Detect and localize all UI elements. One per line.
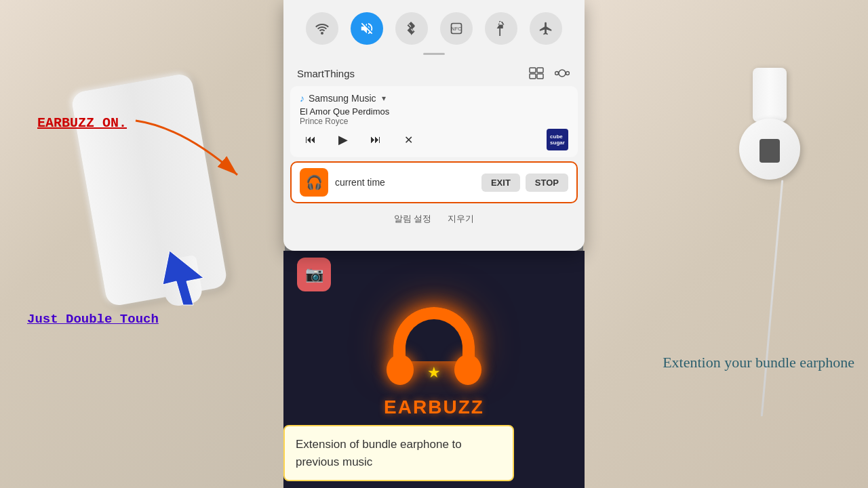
cubesugar-logo: cubesugar (547, 129, 568, 150)
wifi-toggle[interactable] (306, 12, 338, 45)
earphone-left (34, 54, 251, 339)
smartthings-icons (528, 64, 571, 82)
svg-point-10 (566, 72, 570, 75)
svg-rect-5 (537, 68, 543, 73)
smartthings-icon-2[interactable] (553, 64, 571, 82)
svg-text:NFC: NFC (451, 26, 462, 32)
earbuzz-left: 🎧 current time (300, 168, 385, 197)
quick-toggles-row: NFC (283, 0, 585, 50)
svg-rect-6 (530, 74, 536, 79)
right-side-text: Extention your bundle earphone (663, 352, 854, 373)
earbuzz-buttons: EXIT STOP (481, 174, 568, 192)
earphone-right-head (739, 119, 800, 180)
earbuzz-notification-row: 🎧 current time EXIT STOP (290, 161, 578, 203)
airplane-toggle[interactable] (530, 12, 562, 45)
svg-point-8 (559, 70, 566, 77)
music-controls: ⏮ ▶ ⏭ ✕ cubesugar (300, 129, 568, 150)
music-header: ♪ Samsung Music ▾ (300, 93, 568, 104)
mute-toggle[interactable] (351, 12, 383, 45)
drag-handle (423, 53, 445, 55)
music-note-icon: ♪ (300, 93, 304, 104)
music-app-name: Samsung Music (309, 93, 376, 104)
phone-panel: NFC SmartThings ♪ Samsung Music ▾ El A (283, 0, 585, 251)
music-dropdown-icon[interactable]: ▾ (382, 94, 386, 103)
smartthings-label: SmartThings (297, 68, 355, 79)
center-star: ★ (427, 364, 441, 382)
extension-box: Extension of bundle earphone to previous… (283, 425, 514, 481)
headphone-right-cup (454, 354, 481, 385)
earphone-left-tip (159, 255, 203, 308)
smartthings-icon-1[interactable] (528, 64, 545, 82)
music-artist: Prince Royce (300, 117, 568, 126)
double-touch-label: Just Double Touch (27, 312, 159, 327)
bottom-notif-row: 알림 설정 지우기 (283, 207, 585, 230)
music-player: ♪ Samsung Music ▾ El Amor Que Perdimos P… (290, 86, 578, 157)
close-music-button[interactable]: ✕ (397, 129, 419, 150)
prev-button[interactable]: ⏮ (300, 129, 321, 150)
dark-panel-apps: 📷 (297, 258, 331, 291)
bluetooth-toggle[interactable] (395, 12, 428, 45)
torch-toggle[interactable] (485, 12, 517, 45)
music-title: El Amor Que Perdimos (300, 106, 568, 117)
music-info: El Amor Que Perdimos Prince Royce (300, 106, 568, 126)
extension-box-text: Extension of bundle earphone to previous… (296, 438, 462, 468)
earphone-left-body (71, 73, 229, 307)
smartthings-row: SmartThings (283, 60, 585, 86)
play-button[interactable]: ▶ (332, 129, 354, 150)
earbuzz-on-label: EARBUZZ ON. (37, 115, 127, 131)
svg-rect-7 (537, 74, 543, 79)
exit-button[interactable]: EXIT (481, 174, 520, 192)
svg-rect-4 (530, 68, 536, 73)
stop-button[interactable]: STOP (526, 174, 568, 192)
earbuzz-brand-text: EARBUZZ (384, 396, 484, 418)
earphone-right-body (753, 68, 787, 122)
headphone-graphic: ★ (387, 307, 481, 388)
headphone-left-cup (387, 354, 414, 385)
camera-app-icon[interactable]: 📷 (297, 258, 331, 291)
earphone-right-cable (761, 180, 783, 417)
earbuzz-notification-text: current time (335, 177, 385, 188)
music-controls-left: ⏮ ▶ ⏭ ✕ (300, 129, 419, 150)
next-button[interactable]: ⏭ (365, 129, 387, 150)
clear-link[interactable]: 지우기 (448, 213, 474, 225)
right-text-content: Extention your bundle earphone (663, 354, 854, 371)
alarm-settings-link[interactable]: 알림 설정 (394, 213, 432, 225)
nfc-toggle[interactable]: NFC (440, 12, 473, 45)
earbuzz-app-icon: 🎧 (300, 168, 328, 197)
svg-point-9 (555, 72, 559, 75)
headphone-arc (393, 307, 475, 361)
earphone-right (583, 54, 854, 447)
